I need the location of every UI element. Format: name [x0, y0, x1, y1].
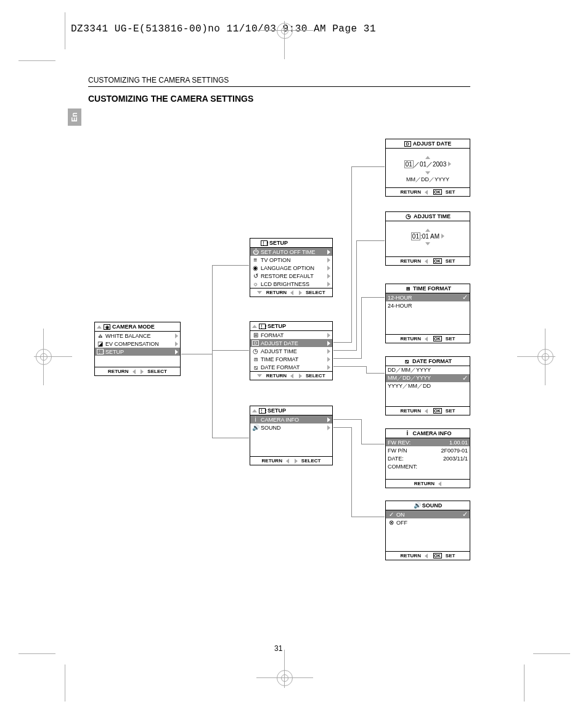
option[interactable]: ⊗OFF: [386, 518, 470, 526]
connector: [181, 354, 212, 354]
ok-icon: OK: [433, 336, 442, 342]
menu-item[interactable]: 🜁WHITE BALANCE: [95, 332, 180, 340]
option[interactable]: YYYY／MM／DD: [386, 382, 470, 390]
right-arrow-icon: [299, 374, 302, 378]
chevron-right-icon: [327, 258, 330, 263]
panel-title-text: SETUP: [269, 240, 288, 246]
chevron-right-icon: [175, 342, 178, 346]
date-editor[interactable]: 01／01／2003 MM／DD／YYYY: [386, 149, 470, 187]
option-selected[interactable]: 12-HOUR✓: [386, 293, 470, 301]
crop-mark: [65, 665, 65, 701]
section-rule: [88, 86, 470, 87]
menu-item-selected[interactable]: DADJUST DATE: [250, 339, 332, 347]
time-editor[interactable]: 01:01 AM: [386, 221, 470, 256]
connector: [333, 366, 367, 367]
reg-mark-right: [536, 347, 555, 367]
option-selected[interactable]: ✓ON✓: [386, 510, 470, 518]
connector: [333, 342, 352, 343]
connector: [351, 517, 385, 517]
info-row: FW REV:1.00.01: [386, 438, 470, 446]
panel-title-text: SETUP: [267, 407, 286, 414]
check-icon: ✓: [462, 374, 468, 382]
down-arrow-icon: [425, 242, 430, 245]
power-icon: ⏻: [252, 249, 259, 255]
panel-title-text: TIME FORMAT: [413, 285, 451, 292]
panel-adjust-date: DADJUST DATE 01／01／2003 MM／DD／YYYY RETUR…: [385, 139, 470, 197]
menu-item[interactable]: ≡TV OPTION: [250, 256, 332, 264]
page-title: CUSTOMIZING THE CAMERA SETTINGS: [88, 94, 253, 104]
up-arrow-icon: [97, 325, 102, 329]
chevron-right-icon: [327, 425, 330, 430]
globe-icon: ◉: [252, 265, 259, 271]
menu-item[interactable]: ⧅DATE FORMAT: [250, 363, 332, 371]
left-arrow-icon: [425, 409, 428, 414]
connector: [212, 438, 249, 438]
right-arrow-icon: [448, 162, 451, 166]
panel-title-text: CAMERA MODE: [112, 324, 155, 330]
right-arrow-icon: [141, 369, 144, 374]
menu-item[interactable]: ☼LCD BRIGHTNESS: [250, 280, 332, 288]
left-arrow-icon: [425, 190, 428, 195]
panel-title-text: SOUND: [422, 502, 443, 509]
sound-icon: 🔊: [252, 425, 259, 431]
connector: [333, 350, 357, 351]
connector: [361, 297, 385, 298]
chevron-right-icon: [327, 250, 330, 255]
menu-item[interactable]: ◪EV COMPENSATION: [95, 340, 180, 348]
left-arrow-icon: [425, 554, 428, 558]
clock-icon: ◷: [405, 213, 412, 219]
connector: [361, 444, 385, 444]
panel-camera-mode: ◉CAMERA MODE 🜁WHITE BALANCE ◪EV COMPENSA…: [94, 322, 181, 376]
menu-item-selected[interactable]: iCAMERA INFO: [250, 415, 332, 423]
info-icon: i: [404, 430, 410, 436]
chevron-right-icon: [327, 282, 330, 287]
panel-sound: 🔊SOUND ✓ON✓ ⊗OFF RETURN OK SET: [385, 501, 470, 560]
menu-item[interactable]: ◷ADJUST TIME: [250, 347, 332, 355]
restore-icon: ↺: [252, 273, 259, 279]
panel-footer: RETURN SELECT: [95, 367, 180, 375]
menu-item[interactable]: ⊞FORMAT: [250, 331, 332, 339]
down-arrow-icon: [257, 291, 262, 294]
left-arrow-icon: [438, 481, 441, 486]
wb-icon: 🜁: [97, 333, 104, 339]
setup-icon: ⋮⋮: [261, 240, 267, 246]
left-arrow-icon: [290, 290, 293, 295]
panel-camera-info: iCAMERA INFO FW REV:1.00.01 FW P/N2F0079…: [385, 428, 470, 488]
down-arrow-icon: [257, 374, 262, 377]
sound-icon: 🔊: [414, 502, 420, 509]
ok-icon: OK: [433, 553, 442, 558]
date-icon: D: [404, 141, 411, 147]
panel-title-text: SETUP: [267, 323, 286, 329]
crop-mark: [18, 60, 55, 61]
panel-title-text: CAMERA INFO: [412, 430, 451, 436]
clock-format-icon: ⧆: [252, 356, 259, 362]
menu-item[interactable]: ↺RESTORE DEFAULT: [250, 272, 332, 280]
panel-time-format: ⧆TIME FORMAT 12-HOUR✓ 24-HOUR RETURN OK …: [385, 284, 470, 343]
menu-icon: ≡: [252, 257, 259, 263]
menu-item[interactable]: 🔊SOUND: [250, 423, 332, 431]
chevron-right-icon: [327, 266, 330, 271]
date-format-icon: ⧅: [252, 364, 259, 370]
panel-footer: RETURN SELECT: [250, 371, 332, 380]
ev-icon: ◪: [97, 341, 104, 347]
option-selected[interactable]: MM／DD／YYYY✓: [386, 374, 470, 382]
option[interactable]: DD／MM／YYYY: [386, 366, 470, 374]
setup-icon: ⋮⋮: [259, 324, 266, 329]
menu-item-selected[interactable]: ⋮⋮SETUP: [95, 348, 180, 356]
panel-title-text: DATE FORMAT: [412, 358, 452, 364]
menu-item[interactable]: ◉LANGUAGE OPTION: [250, 264, 332, 272]
option[interactable]: 24-HOUR: [386, 301, 470, 309]
reg-mark-left: [34, 347, 54, 367]
clock-icon: ◷: [252, 348, 259, 354]
down-arrow-icon: [425, 171, 430, 174]
menu-item[interactable]: ⧆TIME FORMAT: [250, 355, 332, 363]
crop-mark: [524, 665, 525, 701]
connector: [351, 427, 352, 517]
left-arrow-icon: [133, 369, 136, 374]
up-arrow-icon: [425, 229, 430, 232]
camera-icon: ◉: [104, 324, 110, 330]
panel-footer: RETURN OK SET: [386, 551, 470, 560]
chevron-right-icon: [175, 350, 178, 354]
menu-item-selected[interactable]: ⏻SET AUTO OFF TIME: [250, 248, 332, 256]
panel-setup-1: ⋮⋮SETUP ⏻SET AUTO OFF TIME ≡TV OPTION ◉L…: [250, 238, 333, 297]
